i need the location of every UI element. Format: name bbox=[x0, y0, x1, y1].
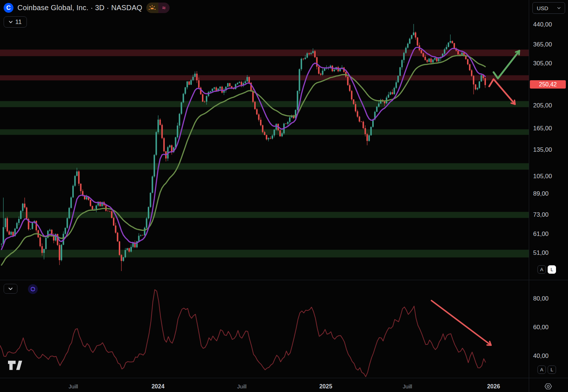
price-axis-tick: 135,00 bbox=[533, 146, 552, 154]
chart-canvas[interactable] bbox=[0, 0, 568, 392]
pane-separator[interactable] bbox=[0, 280, 568, 280]
indicator-log-scale-button[interactable]: L bbox=[548, 366, 556, 374]
currency-select[interactable]: USD bbox=[532, 2, 565, 14]
rsi-line bbox=[0, 290, 486, 377]
candle-body bbox=[355, 104, 356, 111]
time-axis-label: Juill bbox=[229, 383, 255, 389]
candle-body bbox=[20, 211, 21, 219]
candle-body bbox=[41, 246, 43, 253]
candle-body bbox=[473, 76, 474, 84]
candle-body bbox=[229, 83, 231, 86]
candle-body bbox=[446, 47, 447, 49]
candle-body bbox=[204, 102, 205, 102]
candle-body bbox=[22, 204, 24, 211]
candle-body bbox=[78, 171, 80, 184]
candle-body bbox=[96, 205, 97, 209]
indicator-axis-tick: 60,00 bbox=[533, 324, 549, 331]
drawings-count-button[interactable]: 11 bbox=[4, 16, 27, 28]
candle-body bbox=[30, 229, 31, 229]
candle-body bbox=[407, 44, 409, 48]
candle-body bbox=[188, 81, 190, 85]
demand-zone bbox=[0, 212, 529, 218]
candle-body bbox=[111, 211, 113, 218]
candle-body bbox=[119, 241, 120, 255]
candle-body bbox=[40, 237, 41, 246]
candle-body bbox=[45, 238, 47, 249]
candle-body bbox=[152, 176, 153, 193]
time-axis-label: Juill bbox=[61, 383, 86, 389]
candle-body bbox=[366, 134, 368, 141]
candle-body bbox=[49, 230, 50, 231]
candle-body bbox=[74, 176, 76, 186]
candle-body bbox=[324, 69, 325, 71]
candle-body bbox=[109, 211, 110, 212]
candle-body bbox=[351, 91, 352, 99]
time-axis-label: 2025 bbox=[313, 383, 338, 390]
candle-body bbox=[480, 75, 482, 81]
candle-body bbox=[434, 58, 436, 60]
symbol-legend[interactable]: C Coinbase Global, Inc. · 3D · NASDAQ ≈ bbox=[4, 3, 170, 13]
indicator-collapse-button[interactable] bbox=[4, 284, 17, 294]
indicator-auto-scale-button[interactable]: A bbox=[537, 366, 546, 374]
candle-body bbox=[163, 138, 165, 151]
log-scale-button[interactable]: L bbox=[548, 265, 556, 274]
price-axis-tick: 205,00 bbox=[533, 102, 552, 109]
candle-body bbox=[214, 87, 215, 89]
candle-body bbox=[297, 91, 298, 110]
candle-body bbox=[314, 51, 316, 57]
price-axis-separator bbox=[529, 0, 529, 392]
main-scale-buttons: A L bbox=[537, 265, 556, 274]
candle-body bbox=[8, 231, 10, 234]
candle-body bbox=[113, 218, 114, 226]
candle-body bbox=[361, 122, 362, 122]
candle-body bbox=[158, 120, 159, 132]
price-axis-tick: 165,00 bbox=[533, 125, 552, 132]
settings-gear-icon[interactable] bbox=[544, 382, 552, 392]
candle-body bbox=[154, 155, 155, 177]
tradingview-logo[interactable] bbox=[8, 359, 23, 374]
candle-body bbox=[391, 92, 393, 94]
candle-body bbox=[318, 67, 320, 74]
candle-body bbox=[138, 236, 139, 241]
candle-body bbox=[264, 132, 265, 135]
bearish-arrow[interactable] bbox=[489, 79, 515, 104]
auto-scale-button[interactable]: A bbox=[537, 265, 546, 274]
candle-body bbox=[320, 74, 321, 75]
candle-body bbox=[80, 184, 81, 191]
candle-body bbox=[448, 42, 449, 47]
candle-body bbox=[43, 249, 45, 253]
candle-body bbox=[272, 135, 273, 138]
candle-body bbox=[349, 85, 350, 91]
refresh-icon[interactable] bbox=[28, 284, 38, 294]
candle-body bbox=[308, 53, 310, 54]
candle-body bbox=[450, 41, 451, 42]
indicator-axis-tick: 40,00 bbox=[533, 352, 549, 360]
candle-body bbox=[384, 101, 385, 103]
candle-body bbox=[287, 122, 289, 124]
candle-body bbox=[7, 218, 8, 231]
candle-body bbox=[183, 94, 184, 102]
candle-body bbox=[142, 235, 143, 236]
candle-body bbox=[368, 135, 370, 141]
candle-body bbox=[262, 125, 263, 132]
candle-body bbox=[254, 102, 256, 109]
supply-zone bbox=[0, 75, 529, 80]
candle-body bbox=[215, 87, 217, 91]
status-badges[interactable]: ≈ bbox=[146, 3, 170, 13]
candle-body bbox=[92, 206, 93, 210]
candle-body bbox=[388, 95, 389, 98]
candle-body bbox=[146, 219, 147, 228]
chevron-down-icon bbox=[9, 21, 13, 24]
candle-body bbox=[76, 171, 78, 176]
candle-body bbox=[16, 223, 18, 229]
candle-body bbox=[144, 228, 145, 235]
candle-body bbox=[241, 82, 242, 85]
currency-value: USD bbox=[537, 5, 548, 11]
symbol-title[interactable]: Coinbase Global, Inc. · 3D · NASDAQ bbox=[17, 4, 142, 12]
price-axis-tick: 305,00 bbox=[533, 60, 552, 67]
candle-body bbox=[430, 58, 432, 62]
candle-body bbox=[362, 122, 364, 128]
candle-body bbox=[221, 87, 223, 93]
candle-body bbox=[303, 59, 304, 59]
rsi-bearish-arrow[interactable] bbox=[431, 301, 491, 345]
